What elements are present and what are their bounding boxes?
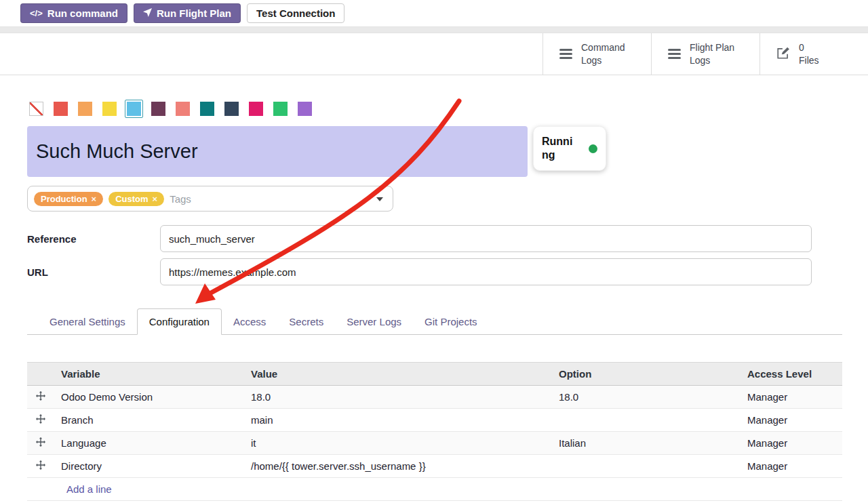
- command-logs-label: Command Logs: [581, 41, 625, 67]
- run-flight-plan-button[interactable]: Run Flight Plan: [134, 3, 241, 23]
- chevron-down-icon[interactable]: [376, 197, 383, 201]
- drag-handle-icon[interactable]: [27, 386, 54, 409]
- cell-value[interactable]: main: [244, 409, 552, 432]
- tab-general-settings[interactable]: General Settings: [38, 309, 137, 334]
- color-swatch[interactable]: [149, 100, 167, 118]
- cell-option[interactable]: 18.0: [552, 386, 741, 409]
- tab-access[interactable]: Access: [222, 309, 277, 334]
- cell-variable[interactable]: Directory: [54, 455, 244, 478]
- cell-access[interactable]: Manager: [741, 455, 842, 478]
- reference-label: Reference: [27, 233, 160, 245]
- cell-option[interactable]: Italian: [552, 432, 741, 455]
- flight-plan-logs-button[interactable]: Flight Plan Logs: [651, 33, 760, 75]
- cell-value[interactable]: it: [244, 432, 552, 455]
- column-header-value: Value: [244, 363, 552, 386]
- table-row: Odoo Demo Version 18.0 18.0 Manager: [27, 386, 842, 409]
- column-header-variable: Variable: [54, 363, 244, 386]
- color-swatch-selected[interactable]: [125, 100, 143, 118]
- url-input[interactable]: [160, 258, 812, 285]
- cell-access[interactable]: Manager: [741, 409, 842, 432]
- test-connection-button[interactable]: Test Connection: [247, 3, 344, 23]
- reference-field-row: Reference: [27, 225, 842, 252]
- main-content: Running Production × Custom × Tags Refer…: [0, 75, 868, 501]
- run-command-button[interactable]: </> Run command: [20, 3, 127, 23]
- color-swatch[interactable]: [222, 100, 241, 118]
- files-count-label: 0 Files: [799, 41, 819, 67]
- url-label: URL: [27, 266, 160, 278]
- run-flight-plan-label: Run Flight Plan: [157, 7, 231, 19]
- top-toolbar: </> Run command Run Flight Plan Test Con…: [0, 0, 868, 26]
- tab-secrets[interactable]: Secrets: [277, 309, 335, 334]
- remove-tag-icon[interactable]: ×: [92, 195, 97, 203]
- color-swatch[interactable]: [76, 100, 94, 118]
- divider-strip: [0, 26, 868, 33]
- header-row: Command Logs Flight Plan Logs 0 Files: [0, 33, 868, 75]
- table-row: Branch main Manager: [27, 409, 842, 432]
- color-swatch[interactable]: [296, 100, 314, 118]
- tags-input[interactable]: Production × Custom × Tags: [27, 186, 393, 212]
- server-name-input[interactable]: [27, 126, 528, 177]
- test-connection-label: Test Connection: [256, 7, 335, 19]
- code-icon: </>: [30, 8, 43, 18]
- notebook-tabs: General Settings Configuration Access Se…: [27, 308, 842, 335]
- status-badge[interactable]: Running: [533, 126, 606, 171]
- tag-label: Production: [41, 194, 87, 204]
- no-color-icon: [29, 102, 43, 116]
- title-row: Running: [27, 126, 842, 177]
- tags-placeholder: Tags: [170, 193, 191, 205]
- handle-column-header: [27, 363, 54, 386]
- color-swatch[interactable]: [52, 100, 70, 118]
- table-row: Directory /home/{{ tower.server.ssh_user…: [27, 455, 842, 478]
- cell-access[interactable]: Manager: [741, 432, 842, 455]
- cell-variable[interactable]: Branch: [54, 409, 244, 432]
- edit-pencil-square-icon: [776, 46, 790, 62]
- tab-configuration[interactable]: Configuration: [137, 308, 222, 335]
- drag-handle-icon[interactable]: [27, 432, 54, 455]
- tab-git-projects[interactable]: Git Projects: [413, 309, 489, 334]
- table-header-row: Variable Value Option Access Level: [27, 363, 842, 386]
- drag-handle-icon[interactable]: [27, 409, 54, 432]
- status-dot-icon: [589, 144, 597, 153]
- cell-variable[interactable]: Odoo Demo Version: [54, 386, 244, 409]
- remove-tag-icon[interactable]: ×: [153, 195, 158, 203]
- add-a-line-link[interactable]: Add a line: [66, 483, 112, 495]
- tag-pill-custom[interactable]: Custom ×: [108, 192, 164, 206]
- menu-bars-icon: [559, 49, 572, 59]
- color-palette: [27, 100, 842, 118]
- add-line-row: Add a line: [27, 478, 842, 501]
- column-header-access-level: Access Level: [741, 363, 842, 386]
- drag-handle-icon[interactable]: [27, 455, 54, 478]
- config-table: Variable Value Option Access Level Odoo …: [27, 362, 842, 501]
- cell-value[interactable]: /home/{{ tower.server.ssh_username }}: [244, 455, 552, 478]
- files-button[interactable]: 0 Files: [760, 33, 868, 75]
- color-swatch[interactable]: [247, 100, 265, 118]
- flight-plan-logs-label: Flight Plan Logs: [690, 41, 734, 67]
- cell-option[interactable]: [552, 409, 741, 432]
- cell-variable[interactable]: Language: [54, 432, 244, 455]
- paper-plane-icon: [143, 8, 152, 19]
- cell-value[interactable]: 18.0: [244, 386, 552, 409]
- color-swatch-none[interactable]: [27, 100, 45, 118]
- column-header-option: Option: [552, 363, 741, 386]
- table-row: Language it Italian Manager: [27, 432, 842, 455]
- url-field-row: URL: [27, 258, 842, 285]
- color-swatch[interactable]: [100, 100, 119, 118]
- tag-pill-production[interactable]: Production ×: [34, 192, 103, 206]
- status-label: Running: [542, 135, 576, 162]
- color-swatch[interactable]: [198, 100, 216, 118]
- color-swatch[interactable]: [174, 100, 192, 118]
- menu-bars-icon: [668, 49, 681, 59]
- command-logs-button[interactable]: Command Logs: [542, 33, 651, 75]
- color-swatch[interactable]: [271, 100, 290, 118]
- cell-access[interactable]: Manager: [741, 386, 842, 409]
- reference-input[interactable]: [160, 225, 812, 252]
- tag-label: Custom: [115, 194, 148, 204]
- tab-server-logs[interactable]: Server Logs: [335, 309, 413, 334]
- cell-option[interactable]: [552, 455, 741, 478]
- run-command-label: Run command: [47, 7, 118, 19]
